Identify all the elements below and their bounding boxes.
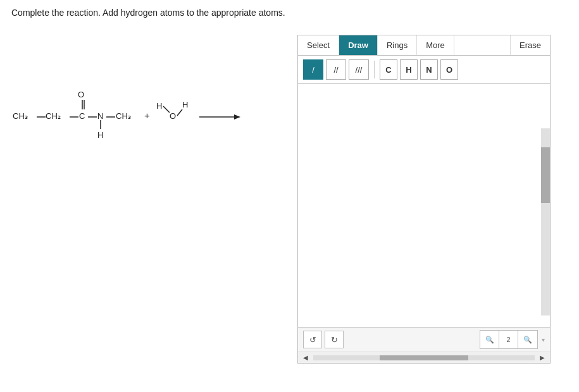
atom-h-btn[interactable]: H xyxy=(400,59,418,80)
zoom-group: 🔍 2 🔍 xyxy=(480,330,538,349)
tab-more[interactable]: More xyxy=(417,35,454,55)
tab-erase[interactable]: Erase xyxy=(510,35,550,55)
bond-atom-row: / // /// C H N O xyxy=(298,56,550,84)
reaction-svg: CH₃ CH₂ C O N CH₃ H + H O H xyxy=(6,63,247,164)
atom-o-btn[interactable]: O xyxy=(440,59,458,80)
undo-btn[interactable]: ↺ xyxy=(303,331,322,348)
zoom-arrow-indicator: ▾ xyxy=(542,336,545,343)
right-scrollbar[interactable] xyxy=(541,128,550,315)
tab-select[interactable]: Select xyxy=(298,35,339,55)
tab-rings[interactable]: Rings xyxy=(378,35,417,55)
svg-text:N: N xyxy=(97,111,103,121)
svg-text:H: H xyxy=(97,130,103,140)
atom-c-btn[interactable]: C xyxy=(380,59,397,80)
svg-text:CH₃: CH₃ xyxy=(13,111,28,121)
scroll-thumb-h[interactable] xyxy=(380,355,468,360)
svg-text:H: H xyxy=(182,100,188,109)
double-bond-btn[interactable]: // xyxy=(326,59,346,80)
instruction-label: Complete the reaction. Add hydrogen atom… xyxy=(11,8,285,18)
scrollbar-thumb-v[interactable] xyxy=(541,147,550,204)
svg-text:O: O xyxy=(170,111,176,121)
scroll-track-h[interactable] xyxy=(313,355,535,360)
svg-text:+: + xyxy=(144,110,150,121)
svg-line-16 xyxy=(163,106,170,113)
bottom-toolbar: ↺ ↻ 🔍 2 🔍 ▾ xyxy=(298,327,550,352)
drawing-canvas[interactable] xyxy=(298,84,550,327)
horizontal-scrollbar[interactable]: ◀ ▶ xyxy=(298,352,550,363)
instruction-text: Complete the reaction. Add hydrogen atom… xyxy=(0,0,579,25)
triple-bond-btn[interactable]: /// xyxy=(349,59,369,80)
redo-btn[interactable]: ↻ xyxy=(325,331,344,348)
divider xyxy=(374,61,375,78)
toolbar: Select Draw Rings More Erase xyxy=(298,35,550,56)
scroll-right-arrow[interactable]: ▶ xyxy=(537,354,547,361)
svg-text:O: O xyxy=(78,90,84,99)
svg-text:CH₃: CH₃ xyxy=(116,111,131,121)
tab-draw[interactable]: Draw xyxy=(339,35,378,55)
editor-panel: Select Draw Rings More Erase / // /// C … xyxy=(297,35,551,364)
svg-line-18 xyxy=(177,109,182,116)
zoom-reset-btn[interactable]: 2 xyxy=(499,331,518,348)
scroll-left-arrow[interactable]: ◀ xyxy=(301,354,311,361)
svg-text:C: C xyxy=(79,111,85,121)
svg-text:H: H xyxy=(156,101,162,111)
zoom-in-btn[interactable]: 🔍 xyxy=(480,331,499,348)
zoom-out-btn[interactable]: 🔍 xyxy=(518,331,537,348)
svg-marker-21 xyxy=(234,114,240,119)
svg-text:CH₂: CH₂ xyxy=(46,111,61,121)
atom-n-btn[interactable]: N xyxy=(420,59,438,80)
single-bond-btn[interactable]: / xyxy=(303,59,323,80)
